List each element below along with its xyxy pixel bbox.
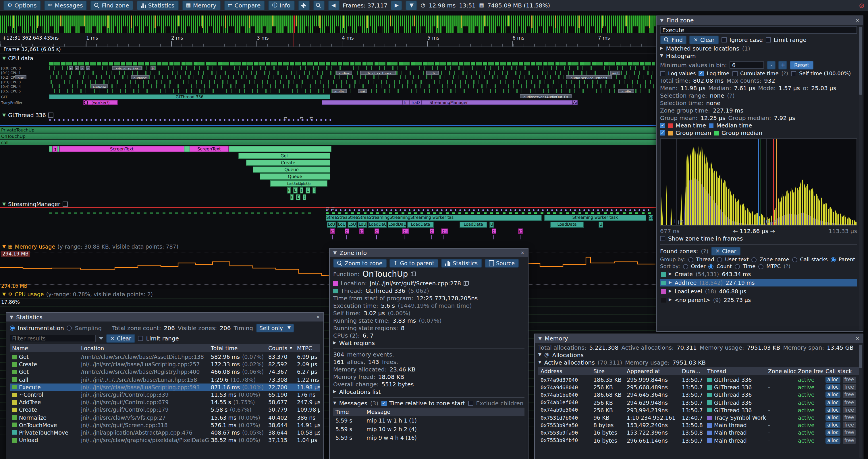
- cpu-zone[interactable]: Ti: [402, 100, 407, 105]
- cpu-zone[interactable]: c: [86, 66, 90, 70]
- info-button[interactable]: Info: [268, 1, 294, 10]
- collapse-icon[interactable]: [660, 18, 663, 23]
- column-header[interactable]: Thread: [705, 368, 766, 374]
- cpu-zone[interactable]: aut: [358, 89, 367, 93]
- zone-loaddata[interactable]: LoadData: [407, 222, 434, 228]
- frame-menu-button[interactable]: [406, 1, 417, 10]
- allocation-row[interactable]: 0x7531d7b040 96 KB 1:10 234,952,161 12:4…: [538, 414, 859, 421]
- zone-c[interactable]: C: [518, 229, 523, 234]
- self-time-checkbox[interactable]: [791, 71, 796, 76]
- disconnected-icon[interactable]: [859, 2, 865, 9]
- alloc-callstack-button[interactable]: alloc: [826, 392, 840, 398]
- limit-range-checkbox[interactable]: [138, 335, 143, 341]
- zone-privatetouchup[interactable]: PrivateTouchUp: [0, 127, 656, 133]
- compare-button[interactable]: Compare: [224, 1, 265, 10]
- cumulate-time-checkbox[interactable]: [732, 71, 737, 76]
- cpu-zone[interactable]: audio.: [332, 89, 347, 93]
- collapse-icon[interactable]: [538, 336, 542, 341]
- group-by-usertext-radio[interactable]: [717, 257, 722, 262]
- cpu-zone[interactable]: TraD: [409, 100, 422, 105]
- zone-c[interactable]: C: [359, 229, 364, 234]
- group-by-callstacks-radio[interactable]: [792, 257, 797, 262]
- close-icon[interactable]: [856, 18, 859, 23]
- cpu-zone[interactable]: c: [69, 66, 73, 70]
- alloc-callstack-button[interactable]: alloc: [826, 376, 840, 383]
- ghost-icon[interactable]: [48, 112, 54, 118]
- limit-range-checkbox[interactable]: [766, 37, 771, 42]
- tools-button[interactable]: [298, 1, 309, 10]
- mean-time-checkbox[interactable]: [660, 123, 665, 128]
- alloc-callstack-button[interactable]: alloc: [826, 415, 840, 421]
- free-callstack-button[interactable]: free: [843, 384, 856, 391]
- cpu-zone[interactable]: c: [75, 66, 79, 70]
- zone-streaming-worker-task[interactable]: Streaming worker task: [544, 215, 646, 221]
- bin-minus-button[interactable]: [767, 61, 776, 69]
- collapse-icon[interactable]: [10, 315, 13, 320]
- zone-loaddata[interactable]: U: [490, 222, 494, 228]
- zone-location[interactable]: jni/../jni/src/guif/Screen.cpp:278: [370, 280, 461, 287]
- zone-tiny[interactable]: (: [303, 194, 306, 200]
- messages-toggle[interactable]: Messages(3) Time relative to zone start …: [333, 400, 525, 406]
- zone-c[interactable]: Ci: [441, 229, 448, 234]
- find-zone-input[interactable]: [660, 26, 857, 34]
- options-button[interactable]: Options: [3, 1, 40, 10]
- free-callstack-button[interactable]: free: [843, 415, 856, 421]
- close-icon[interactable]: [521, 251, 525, 255]
- column-header[interactable]: MTPC: [295, 345, 320, 351]
- statistics-row[interactable]: Create jni/../jni/src/claw/base/LuaScrip…: [10, 361, 320, 368]
- zone-tiny[interactable]: E: [293, 187, 298, 194]
- column-header[interactable]: Address: [538, 368, 591, 374]
- find-button[interactable]: Find: [660, 35, 687, 44]
- alloc-callstack-button[interactable]: alloc: [826, 422, 840, 428]
- cpu-activity-strip[interactable]: [49, 62, 655, 65]
- zone-screentext[interactable]: ScreenText: [59, 146, 184, 152]
- allocations-list-toggle[interactable]: Allocations list: [333, 389, 525, 395]
- zone-c[interactable]: C: [430, 229, 434, 234]
- free-callstack-button[interactable]: free: [843, 407, 856, 413]
- memory-usage-header[interactable]: Memory usage (y-range: 30.88 KB, visible…: [2, 243, 178, 250]
- sort-by-order-radio[interactable]: [683, 264, 688, 269]
- min-bin-input[interactable]: [730, 61, 764, 69]
- found-zone-group[interactable]: <no parent> (9) 225.73 µs: [660, 296, 857, 304]
- cpu-zone[interactable]: mi:t: [610, 71, 620, 75]
- cpu-usage-header[interactable]: CPU usage (y-range: 0.78%, visible data …: [2, 291, 153, 297]
- alloc-callstack-button[interactable]: alloc: [826, 430, 840, 436]
- go-to-parent-button[interactable]: Go to parent: [389, 259, 438, 267]
- ignore-case-checkbox[interactable]: [721, 37, 727, 42]
- memory-scrollbar[interactable]: [859, 344, 862, 458]
- statistics-row[interactable]: Get /mnt/e/claw/src/claw/base/Registry.h…: [10, 368, 320, 376]
- clear-filter-button[interactable]: Clear: [106, 334, 135, 342]
- zone-load-cluster[interactable]: LoaULoiUpLoUp: [270, 180, 328, 187]
- instrumentation-radio[interactable]: [10, 325, 15, 330]
- zone-queue[interactable]: Queue: [260, 173, 330, 180]
- sort-by-time-radio[interactable]: [735, 264, 740, 269]
- streamingmanager-header[interactable]: StreamingManager: [2, 201, 68, 207]
- group-by-parent-radio[interactable]: [831, 257, 836, 262]
- messages-button[interactable]: Messages: [44, 1, 87, 10]
- timing-select[interactable]: Self only: [256, 324, 294, 332]
- column-header[interactable]: Total time: [209, 345, 266, 351]
- zone-tiny[interactable]: (: [312, 187, 316, 194]
- found-zone-group[interactable]: Create (54,131) 643.34 ms: [660, 270, 857, 278]
- cpu-zone[interactable]: audiose: [131, 75, 149, 79]
- time-relative-checkbox[interactable]: [381, 401, 386, 406]
- zone-tiny[interactable]: E: [306, 187, 310, 194]
- zone-info-titlebar[interactable]: Zone info: [330, 249, 528, 257]
- free-callstack-button[interactable]: free: [843, 422, 856, 428]
- filter-icon[interactable]: [99, 337, 103, 339]
- zone-ontouchup[interactable]: OnTouchUp: [0, 133, 656, 139]
- found-zone-group[interactable]: LoadLevel (18) 406.88 µs: [660, 288, 857, 295]
- clear-found-button[interactable]: Clear: [711, 247, 741, 256]
- cpu-zone[interactable]: audioserver (AudioOut_D): [520, 94, 571, 98]
- zone-create[interactable]: Create: [246, 160, 330, 166]
- message-row[interactable]: 5.59 s mip 10 w 2 h 2 (4): [333, 425, 525, 433]
- clear-button[interactable]: Clear: [690, 35, 719, 44]
- statistics-row[interactable]: ~Control jni/../jni/src/guif/Control.cpp…: [10, 391, 320, 398]
- free-callstack-button[interactable]: free: [843, 376, 856, 383]
- memory-button[interactable]: Memory: [182, 1, 220, 10]
- exclude-children-checkbox[interactable]: [468, 401, 473, 406]
- free-callstack-button[interactable]: free: [843, 437, 856, 444]
- group-mean-checkbox[interactable]: [660, 130, 665, 135]
- column-header[interactable]: Call stack: [823, 368, 859, 374]
- histogram-toggle[interactable]: Histogram: [660, 53, 857, 59]
